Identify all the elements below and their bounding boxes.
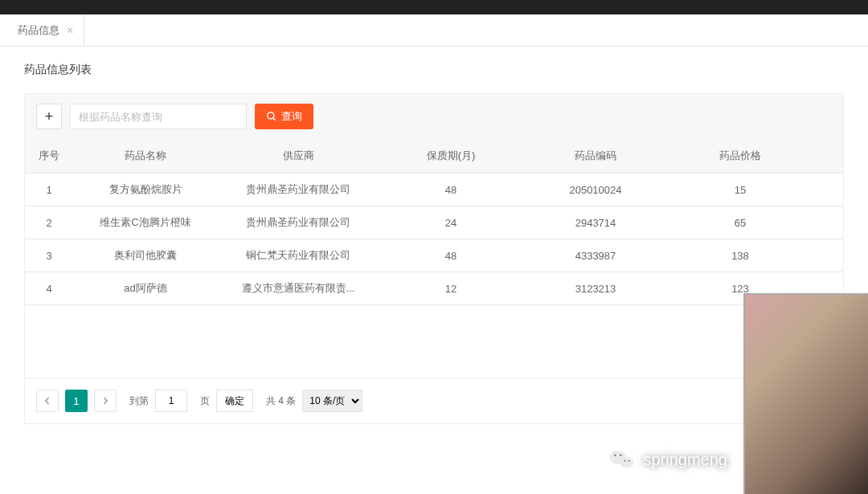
total-count: 共 4 条 <box>266 394 296 408</box>
cell-empty <box>813 174 843 206</box>
cell-supplier: 遵义市意通医药有限责... <box>218 272 379 305</box>
cell-shelf: 48 <box>379 239 523 272</box>
th-supplier: 供应商 <box>218 139 379 174</box>
th-empty <box>813 139 843 174</box>
tab-drug-info[interactable]: 药品信息 ✕ <box>8 14 84 47</box>
th-shelf: 保质期(月) <box>379 139 523 174</box>
cell-supplier: 贵州鼎圣药业有限公司 <box>218 174 379 206</box>
cell-price: 15 <box>668 174 813 206</box>
table-row[interactable]: 1复方氨酚烷胺片贵州鼎圣药业有限公司4820501002415 <box>25 174 843 206</box>
cell-code: 3123213 <box>523 272 668 305</box>
cell-name: 奥利司他胶囊 <box>73 239 218 272</box>
svg-point-0 <box>268 112 274 119</box>
per-page-select[interactable]: 10 条/页 <box>302 390 362 412</box>
svg-line-1 <box>273 118 276 120</box>
add-button[interactable]: + <box>36 104 62 129</box>
cell-code: 4333987 <box>523 239 668 272</box>
chevron-left-icon <box>43 397 51 405</box>
cell-name: 维生素C泡腾片橙味 <box>73 206 218 239</box>
top-dark-bar <box>0 0 868 14</box>
main-content: 药品信息列表 + 查询 序号 药品名称 供应商 保质期(月) 药品编码 药品 <box>0 47 868 440</box>
cell-code: 205010024 <box>523 174 668 206</box>
tab-label: 药品信息 <box>18 23 59 38</box>
cell-seq: 1 <box>25 174 73 206</box>
prev-page-button[interactable] <box>36 390 59 412</box>
cell-seq: 2 <box>25 206 73 239</box>
cell-shelf: 48 <box>379 174 523 206</box>
cell-price: 65 <box>668 206 813 239</box>
chevron-right-icon <box>101 397 109 405</box>
search-input[interactable] <box>70 104 247 129</box>
cell-supplier: 铜仁梵天药业有限公司 <box>218 239 379 272</box>
cell-seq: 3 <box>25 239 73 272</box>
search-icon <box>266 111 277 122</box>
goto-confirm-button[interactable]: 确定 <box>216 390 253 412</box>
video-thumbnail <box>743 293 868 440</box>
cell-empty <box>813 206 843 239</box>
search-button[interactable]: 查询 <box>255 104 313 129</box>
cell-shelf: 24 <box>379 206 523 239</box>
table-spacer <box>25 305 843 378</box>
pagination: 1 到第 页 确定 共 4 条 10 条/页 <box>25 378 843 423</box>
goto-label: 到第 <box>129 394 149 408</box>
th-price: 药品价格 <box>668 139 813 174</box>
next-page-button[interactable] <box>94 390 117 412</box>
close-icon[interactable]: ✕ <box>66 25 74 36</box>
drug-table: 序号 药品名称 供应商 保质期(月) 药品编码 药品价格 1复方氨酚烷胺片贵州鼎… <box>25 139 843 305</box>
th-name: 药品名称 <box>73 139 218 174</box>
table-panel: + 查询 序号 药品名称 供应商 保质期(月) 药品编码 药品价格 <box>24 93 844 424</box>
goto-page-input[interactable] <box>155 390 187 412</box>
page-title: 药品信息列表 <box>24 63 844 77</box>
table-row[interactable]: 2维生素C泡腾片橙味贵州鼎圣药业有限公司24294371465 <box>25 206 843 239</box>
page-number-button[interactable]: 1 <box>65 390 88 412</box>
th-seq: 序号 <box>25 139 73 174</box>
th-code: 药品编码 <box>523 139 668 174</box>
tab-bar: 药品信息 ✕ <box>0 14 868 47</box>
search-button-label: 查询 <box>281 109 302 124</box>
cell-name: 复方氨酚烷胺片 <box>73 174 218 206</box>
page-suffix: 页 <box>200 394 210 408</box>
table-row[interactable]: 4ad阿萨德遵义市意通医药有限责...123123213123 <box>25 272 843 305</box>
toolbar: + 查询 <box>25 94 843 139</box>
table-header-row: 序号 药品名称 供应商 保质期(月) 药品编码 药品价格 <box>25 139 843 174</box>
table-row[interactable]: 3奥利司他胶囊铜仁梵天药业有限公司484333987138 <box>25 239 843 272</box>
cell-name: ad阿萨德 <box>73 272 218 305</box>
cell-empty <box>813 239 843 272</box>
cell-supplier: 贵州鼎圣药业有限公司 <box>218 206 379 239</box>
cell-price: 138 <box>668 239 813 272</box>
cell-seq: 4 <box>25 272 73 305</box>
cell-code: 2943714 <box>523 206 668 239</box>
cell-shelf: 12 <box>379 272 523 305</box>
